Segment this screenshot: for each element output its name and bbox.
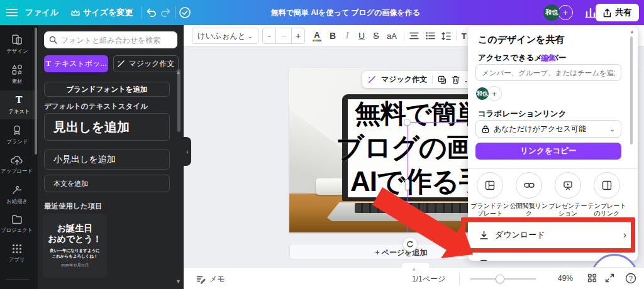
magic-write-tab[interactable]: マジック作文 bbox=[113, 55, 179, 72]
default-styles-label: デフォルトのテキストスタイル bbox=[44, 102, 148, 111]
left-sidebar: デザイン 素材 T テキスト ブランド アップロード お絵描き プロジェクト ア bbox=[0, 25, 38, 289]
add-member-field[interactable] bbox=[475, 64, 621, 81]
delete-button[interactable] bbox=[452, 75, 460, 84]
add-heading-button[interactable]: 見出しを追加 bbox=[44, 113, 170, 141]
text-align-button[interactable] bbox=[406, 28, 421, 44]
edit-members-link[interactable]: 編集 bbox=[541, 53, 556, 63]
redo-button[interactable] bbox=[158, 0, 172, 25]
panel-scroll-up-arrow[interactable]: ▲ bbox=[630, 29, 635, 35]
add-subheading-button[interactable]: 小見出しを追加 bbox=[44, 150, 170, 170]
add-body-text-button[interactable]: 本文を追加 bbox=[44, 175, 170, 192]
avatar[interactable]: 和也 bbox=[543, 4, 560, 21]
divider bbox=[6, 279, 29, 280]
sidebar-item-draw[interactable]: お絵描き bbox=[0, 180, 34, 209]
magic-write-button[interactable]: マジック作文 bbox=[381, 74, 427, 85]
selection-handle-top-left[interactable] bbox=[404, 119, 411, 126]
notes-icon bbox=[196, 275, 206, 284]
italic-button[interactable]: I bbox=[340, 28, 354, 44]
divider bbox=[432, 75, 433, 84]
text-panel: T テキストボッ... マジック作文 ブランドフォントを追加 デフォルトのテキス… bbox=[38, 25, 184, 289]
sidebar-item-brand[interactable]: ブランド bbox=[0, 121, 34, 150]
selection-handle-mid-left[interactable] bbox=[405, 179, 409, 190]
panel-scrollbar[interactable] bbox=[177, 69, 180, 132]
page-indicator: 1/1ページ bbox=[412, 274, 445, 285]
text-color-button[interactable]: A bbox=[309, 28, 325, 44]
zoom-slider[interactable] bbox=[470, 278, 536, 280]
share-option-public-view-link[interactable]: 公開閲覧リンク bbox=[509, 172, 548, 217]
chevron-down-icon: ⌄ bbox=[610, 126, 615, 133]
undo-button[interactable] bbox=[145, 0, 158, 25]
document-title[interactable]: 無料で簡単 AIを使って ブログの画像を作る bbox=[271, 0, 420, 25]
presentation-icon bbox=[555, 172, 581, 199]
sidebar-item-projects[interactable]: プロジェクト bbox=[0, 210, 34, 239]
help-button[interactable]: ? bbox=[625, 273, 636, 284]
download-icon bbox=[479, 231, 489, 240]
add-brand-font-button[interactable]: ブランドフォントを追加 bbox=[44, 82, 170, 97]
bottom-bar: ^ メモ 1/1ページ 49% ? bbox=[184, 267, 644, 289]
duplicate-button[interactable] bbox=[438, 75, 447, 84]
canva-editor: ファイル サイズを変更 無料で簡単 AIを使って ブログの画像を作る 和也 + bbox=[0, 0, 644, 289]
share-option-template-link[interactable]: テンプレートのリンク bbox=[587, 172, 626, 217]
share-panel-scrollbar[interactable] bbox=[630, 36, 633, 144]
zoom-level: 49% bbox=[558, 274, 573, 283]
line-spacing-button[interactable] bbox=[438, 28, 453, 44]
strikethrough-button[interactable]: S bbox=[369, 28, 383, 44]
scroll-down-arrow[interactable]: ▼ bbox=[175, 278, 181, 285]
text-case-button[interactable]: aA bbox=[384, 28, 400, 44]
font-size-decrease-button[interactable]: - bbox=[262, 28, 276, 44]
sidebar-item-apps[interactable]: アプリ bbox=[0, 239, 34, 268]
download-row[interactable]: ダウンロード › bbox=[468, 222, 638, 248]
magic-pen-icon bbox=[117, 60, 125, 68]
add-member-button[interactable]: + bbox=[558, 5, 573, 20]
text-icon: T bbox=[16, 94, 23, 106]
chevron-right-icon: › bbox=[623, 229, 626, 241]
page-panel-collapse-tab[interactable] bbox=[401, 262, 430, 268]
divider bbox=[404, 31, 404, 41]
rotate-handle[interactable] bbox=[403, 237, 417, 251]
caret-up-icon: ^ bbox=[413, 268, 415, 274]
router-box bbox=[316, 178, 345, 195]
font-size-increase-button[interactable]: + bbox=[291, 28, 305, 44]
zoom-slider-thumb[interactable] bbox=[496, 275, 504, 283]
draw-icon bbox=[11, 184, 23, 195]
font-size-value[interactable]: -- bbox=[275, 28, 292, 44]
bold-button[interactable]: B bbox=[326, 28, 340, 44]
bulleted-list-button[interactable] bbox=[423, 28, 438, 44]
divider bbox=[142, 6, 142, 19]
access-dropdown[interactable]: あなただけがアクセス可能 ⌄ bbox=[475, 120, 621, 138]
textbox-tab[interactable]: T テキストボッ... bbox=[44, 55, 108, 72]
panel-scroll-down-arrow[interactable]: ▼ bbox=[630, 245, 635, 251]
file-menu-button[interactable]: ファイル bbox=[19, 0, 65, 25]
notes-button[interactable]: メモ bbox=[196, 274, 225, 285]
element-toolbar: マジック作文 ... bbox=[362, 71, 478, 88]
sidebar-item-uploads[interactable]: アップロード bbox=[0, 151, 34, 180]
underline-button[interactable]: U bbox=[355, 28, 369, 44]
share-option-brand-template[interactable]: ブランドテンプレート bbox=[470, 172, 509, 217]
resize-button[interactable]: サイズを変更 bbox=[65, 0, 139, 25]
font-search-field[interactable] bbox=[44, 31, 177, 48]
copy-link-button[interactable]: リンクをコピー bbox=[475, 143, 621, 160]
share-panel: このデザインを共有 アクセスできるメンバー 編集 和也 + コラボレーションリン… bbox=[468, 26, 638, 261]
scroll-up-arrow[interactable]: ▲ bbox=[175, 69, 181, 75]
design-icon bbox=[11, 34, 23, 45]
share-panel-title: このデザインを共有 bbox=[478, 34, 564, 46]
font-family-dropdown[interactable]: けいふぉんと ⌄ bbox=[192, 28, 258, 44]
grid-view-button[interactable] bbox=[587, 273, 597, 283]
sidebar-scrollbar[interactable] bbox=[35, 28, 37, 155]
search-input[interactable] bbox=[61, 36, 172, 45]
member-avatar[interactable]: 和也 bbox=[475, 86, 490, 101]
fullscreen-button[interactable] bbox=[605, 273, 614, 283]
recent-text-card[interactable]: お誕生日 おめでとう！ 良い一年になりますように これからもよろしくね！ 202… bbox=[43, 214, 107, 278]
recent-items-label: 最近使用した項目 bbox=[44, 202, 103, 211]
sidebar-item-elements[interactable]: 素材 bbox=[0, 60, 34, 89]
magic-pen-icon bbox=[367, 75, 376, 84]
panel-collapse-button[interactable]: ‹ bbox=[184, 137, 191, 166]
lock-icon bbox=[482, 125, 489, 133]
share-option-presentation[interactable]: プレゼンテーション bbox=[548, 172, 587, 217]
sidebar-item-design[interactable]: デザイン bbox=[0, 30, 34, 59]
sidebar-item-text[interactable]: T テキスト bbox=[0, 90, 38, 119]
share-button[interactable]: 共有 bbox=[596, 4, 639, 21]
access-value: あなただけがアクセス可能 bbox=[494, 124, 586, 134]
add-member-input[interactable] bbox=[482, 69, 615, 77]
hamburger-menu-button[interactable] bbox=[5, 0, 19, 25]
